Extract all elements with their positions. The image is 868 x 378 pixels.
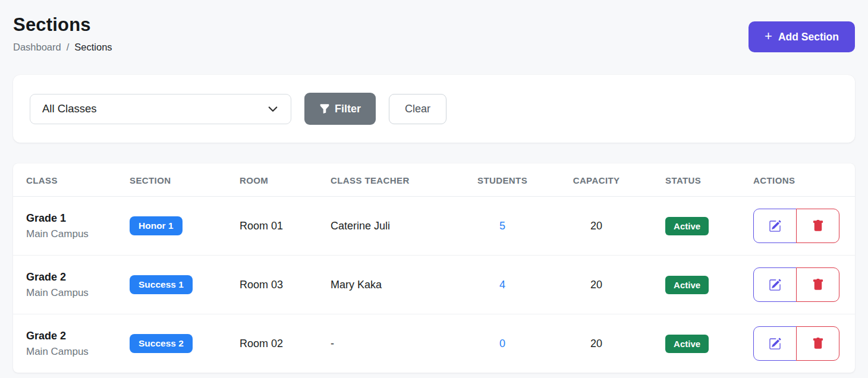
class-name: Grade 1 <box>26 212 118 225</box>
column-header-actions: Actions <box>747 163 855 197</box>
edit-button[interactable] <box>753 267 797 302</box>
page-title: Sections <box>13 14 112 36</box>
capacity-cell: 20 <box>533 256 659 314</box>
trash-icon <box>812 279 824 291</box>
delete-button[interactable] <box>796 326 839 361</box>
edit-button[interactable] <box>753 209 797 243</box>
clear-button-label: Clear <box>405 103 430 115</box>
class-name: Grade 2 <box>26 330 118 342</box>
pencil-square-icon <box>769 220 781 232</box>
row-actions <box>753 267 839 302</box>
plus-icon: + <box>765 30 772 43</box>
capacity-cell: 20 <box>533 197 659 256</box>
page-header: Sections Dashboard / Sections + Add Sect… <box>13 14 855 53</box>
breadcrumb-separator: / <box>67 42 70 53</box>
trash-icon <box>812 220 824 232</box>
campus-name: Main Campus <box>26 287 118 299</box>
students-count-link[interactable]: 5 <box>499 220 505 232</box>
pencil-square-icon <box>769 279 781 291</box>
class-filter-value: All Classes <box>42 102 97 115</box>
sections-table: Class Section Room Class Teacher Student… <box>13 163 855 373</box>
teacher-cell: - <box>325 314 471 373</box>
filter-card: All Classes Filter Clear <box>13 75 855 143</box>
capacity-cell: 20 <box>533 314 659 373</box>
title-block: Sections Dashboard / Sections <box>13 14 112 53</box>
campus-name: Main Campus <box>26 228 118 240</box>
add-section-label: Add Section <box>778 31 839 43</box>
table-header-row: Class Section Room Class Teacher Student… <box>13 163 855 197</box>
table-row: Grade 1 Main Campus Honor 1 Room 01 Cate… <box>13 197 855 256</box>
trash-icon <box>812 338 824 349</box>
edit-button[interactable] <box>753 326 797 361</box>
column-header-status: Status <box>659 163 747 197</box>
column-header-room: Room <box>234 163 325 197</box>
funnel-icon <box>319 103 330 114</box>
section-badge: Success 1 <box>130 275 193 294</box>
row-actions <box>753 209 839 243</box>
section-badge: Honor 1 <box>130 216 183 235</box>
room-cell: Room 02 <box>234 314 325 373</box>
students-count-link[interactable]: 0 <box>499 338 505 349</box>
sections-page: Sections Dashboard / Sections + Add Sect… <box>0 0 868 373</box>
class-name: Grade 2 <box>26 271 118 284</box>
filter-button[interactable]: Filter <box>304 93 376 125</box>
column-header-students: Students <box>471 163 533 197</box>
status-badge: Active <box>665 217 709 235</box>
status-badge: Active <box>665 335 709 353</box>
sections-table-card: Class Section Room Class Teacher Student… <box>13 163 855 373</box>
table-row: Grade 2 Main Campus Success 2 Room 02 - … <box>13 314 855 373</box>
status-badge: Active <box>665 276 709 294</box>
campus-name: Main Campus <box>26 346 118 358</box>
room-cell: Room 03 <box>234 256 325 314</box>
section-badge: Success 2 <box>130 334 193 353</box>
delete-button[interactable] <box>796 209 839 243</box>
table-row: Grade 2 Main Campus Success 1 Room 03 Ma… <box>13 256 855 314</box>
clear-button[interactable]: Clear <box>389 94 446 124</box>
chevron-down-icon <box>267 103 279 115</box>
pencil-square-icon <box>769 338 781 350</box>
class-filter-select[interactable]: All Classes <box>30 94 291 124</box>
row-actions <box>753 326 839 361</box>
column-header-teacher: Class Teacher <box>325 163 471 197</box>
breadcrumb: Dashboard / Sections <box>13 42 112 53</box>
room-cell: Room 01 <box>234 197 325 256</box>
delete-button[interactable] <box>796 267 839 302</box>
teacher-cell: Caterine Juli <box>325 197 471 256</box>
column-header-capacity: Capacity <box>533 163 659 197</box>
breadcrumb-dashboard-link[interactable]: Dashboard <box>13 42 61 53</box>
add-section-button[interactable]: + Add Section <box>749 21 855 52</box>
breadcrumb-current: Sections <box>74 42 112 53</box>
filter-button-label: Filter <box>335 103 361 115</box>
column-header-class: Class <box>13 163 124 197</box>
column-header-section: Section <box>124 163 234 197</box>
students-count-link[interactable]: 4 <box>499 279 505 291</box>
teacher-cell: Mary Kaka <box>325 256 471 314</box>
